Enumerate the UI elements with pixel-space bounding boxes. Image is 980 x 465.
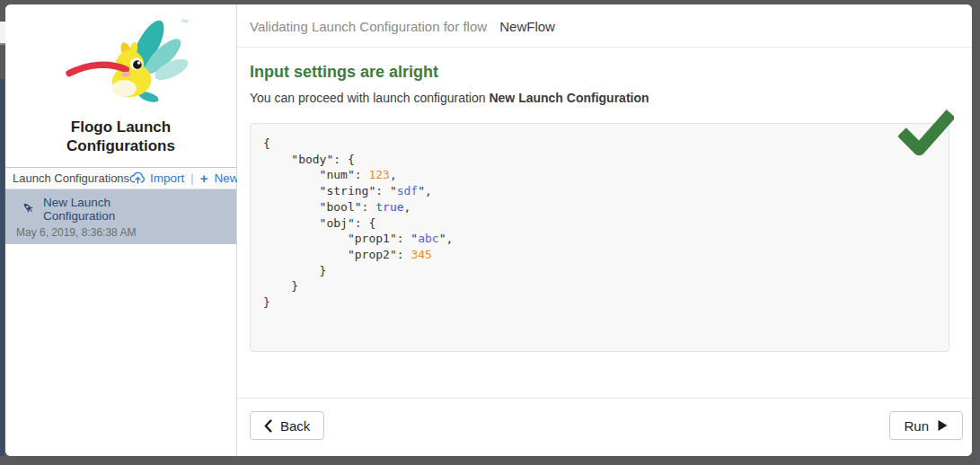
new-link-label: New bbox=[215, 171, 239, 185]
main-header: Validating Launch Configuration for flow… bbox=[237, 4, 972, 48]
cloud-upload-icon bbox=[129, 171, 146, 185]
header-flow-name: NewFlow bbox=[499, 19, 555, 34]
trademark-glyph: ™ bbox=[181, 18, 188, 27]
sidebar: ™ Flogo Launch Configurations bbox=[5, 4, 237, 456]
app-title: Flogo Launch Configurations bbox=[45, 118, 198, 156]
rocket-icon bbox=[22, 201, 35, 218]
dialog-footer: Back Run bbox=[237, 398, 972, 456]
validation-content: Input settings are alright You can proce… bbox=[237, 48, 972, 398]
back-button[interactable]: Back bbox=[250, 411, 324, 440]
config-item-name: New Launch Configuration bbox=[43, 196, 142, 224]
flogo-logo: ™ bbox=[5, 4, 236, 116]
plus-icon: + bbox=[200, 171, 208, 186]
play-icon bbox=[937, 419, 949, 432]
main-panel: Validating Launch Configuration for flow… bbox=[237, 4, 972, 456]
background-sidebar-strip bbox=[0, 79, 4, 456]
run-button[interactable]: Run bbox=[889, 411, 963, 440]
success-check-icon bbox=[898, 109, 954, 162]
configs-toolbar-label: Launch Configurations bbox=[13, 171, 129, 185]
launch-config-dialog: ™ Flogo Launch Configurations bbox=[5, 4, 972, 456]
header-label: Validating Launch Configuration for flow bbox=[250, 19, 487, 34]
chevron-left-icon bbox=[264, 419, 272, 433]
import-link[interactable]: Import bbox=[129, 171, 184, 185]
config-item-timestamp: May 6, 2019, 8:36:38 AM bbox=[16, 226, 225, 239]
back-button-label: Back bbox=[280, 418, 310, 434]
config-list-item-selected[interactable]: New Launch Configuration May 6, 2019, 8:… bbox=[5, 189, 236, 245]
run-button-label: Run bbox=[904, 418, 929, 434]
toolbar-separator: | bbox=[190, 171, 193, 185]
hummingbird-logo-icon: ™ bbox=[50, 12, 192, 112]
configs-toolbar: Launch Configurations Import | + New bbox=[5, 167, 236, 189]
code-block[interactable]: { "body": { "num": 123, "string": "sdf",… bbox=[250, 123, 949, 352]
validation-message: You can proceed with launch configuratio… bbox=[250, 91, 959, 105]
new-config-link[interactable]: + New bbox=[200, 171, 239, 186]
validation-heading: Input settings are alright bbox=[250, 63, 959, 82]
validation-message-prefix: You can proceed with launch configuratio… bbox=[250, 91, 489, 105]
validation-config-name: New Launch Configuration bbox=[489, 91, 649, 105]
import-link-label: Import bbox=[150, 171, 184, 185]
